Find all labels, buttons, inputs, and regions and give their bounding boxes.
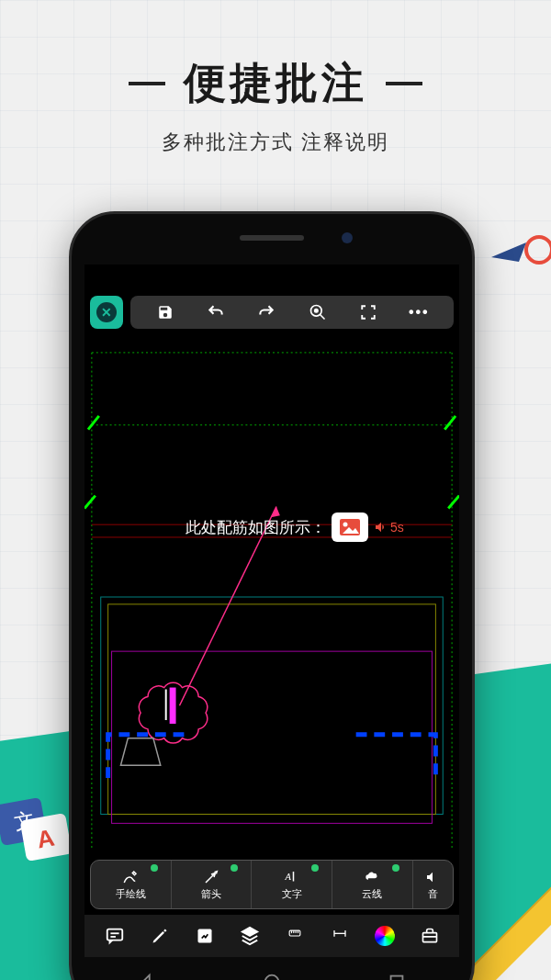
pencil-icon[interactable] bbox=[149, 925, 171, 947]
svg-text:A: A bbox=[284, 872, 291, 882]
nav-home-icon[interactable] bbox=[262, 972, 282, 980]
annotation-text: 此处配筋如图所示： bbox=[186, 517, 326, 538]
tool-label: 箭头 bbox=[201, 887, 221, 901]
speaker-icon bbox=[423, 869, 442, 885]
phone-camera bbox=[342, 232, 353, 243]
svg-line-29 bbox=[84, 496, 96, 509]
new-indicator-dot bbox=[392, 864, 399, 872]
new-indicator-dot bbox=[231, 864, 238, 872]
phone-screen: ✕ ••• bbox=[84, 265, 459, 957]
annotation-callout: 此处配筋如图所示： 5s bbox=[186, 513, 404, 542]
nav-recent-icon[interactable] bbox=[387, 972, 407, 980]
new-indicator-dot bbox=[151, 864, 158, 872]
svg-rect-38 bbox=[170, 688, 176, 724]
toolbox-icon[interactable] bbox=[419, 925, 441, 947]
svg-rect-33 bbox=[101, 597, 444, 815]
svg-line-27 bbox=[88, 416, 99, 430]
decorative-arrow-circle bbox=[482, 230, 551, 285]
top-toolbar: ✕ ••• bbox=[84, 292, 459, 332]
svg-line-30 bbox=[448, 496, 459, 509]
edit-box-icon[interactable] bbox=[194, 925, 216, 947]
svg-marker-40 bbox=[120, 738, 160, 766]
toolbar-actions: ••• bbox=[130, 296, 454, 329]
dimension-icon[interactable] bbox=[329, 925, 351, 947]
tool-freehand[interactable]: 手绘线 bbox=[91, 861, 171, 908]
tool-label: 云线 bbox=[362, 887, 382, 901]
dash-left bbox=[129, 82, 165, 85]
measure-icon[interactable] bbox=[284, 925, 306, 947]
svg-line-28 bbox=[444, 416, 455, 430]
arrow-icon bbox=[202, 869, 220, 885]
more-icon[interactable]: ••• bbox=[409, 302, 429, 322]
page-subtitle: 多种批注方式 注释说明 bbox=[0, 129, 551, 156]
android-nav-bar bbox=[84, 962, 459, 980]
zoom-icon[interactable] bbox=[308, 302, 328, 322]
svg-point-0 bbox=[526, 237, 551, 263]
svg-point-60 bbox=[265, 975, 279, 980]
image-attachment-chip[interactable] bbox=[332, 513, 368, 542]
status-bar bbox=[84, 265, 459, 292]
svg-point-42 bbox=[343, 523, 348, 527]
dash-right bbox=[386, 82, 422, 85]
fullscreen-icon[interactable] bbox=[358, 302, 378, 322]
tool-arrow[interactable]: 箭头 bbox=[171, 861, 252, 908]
save-icon[interactable] bbox=[155, 302, 175, 322]
tool-label: 音 bbox=[428, 887, 438, 901]
comment-icon[interactable] bbox=[104, 925, 126, 947]
text-icon: A bbox=[283, 869, 301, 885]
tool-audio[interactable]: 音 bbox=[412, 861, 453, 908]
phone-speaker bbox=[240, 235, 304, 241]
svg-point-22 bbox=[314, 310, 317, 312]
tool-label: 手绘线 bbox=[116, 887, 146, 901]
bottom-toolbar bbox=[84, 915, 459, 957]
svg-rect-34 bbox=[108, 604, 436, 815]
marketing-header: 便捷批注 多种批注方式 注释说明 bbox=[0, 55, 551, 156]
tool-text[interactable]: A 文字 bbox=[251, 861, 332, 908]
close-button[interactable]: ✕ bbox=[90, 296, 123, 329]
tool-label: 文字 bbox=[282, 887, 302, 901]
svg-marker-1 bbox=[491, 242, 526, 262]
cloud-icon bbox=[363, 869, 381, 885]
annotation-toolbar: 手绘线 箭头 A 文字 云线 bbox=[90, 860, 454, 909]
audio-duration: 5s bbox=[390, 520, 404, 535]
undo-icon[interactable] bbox=[206, 302, 226, 322]
freehand-icon bbox=[121, 869, 140, 885]
phone-frame: ✕ ••• bbox=[69, 211, 475, 980]
redo-icon[interactable] bbox=[256, 302, 276, 322]
cad-canvas[interactable]: 此处配筋如图所示： 5s bbox=[84, 338, 459, 856]
svg-rect-61 bbox=[391, 976, 403, 980]
new-indicator-dot bbox=[311, 864, 319, 872]
svg-rect-35 bbox=[112, 651, 433, 823]
translate-decoration: 文 A bbox=[0, 796, 73, 861]
svg-rect-47 bbox=[107, 929, 122, 941]
color-picker-icon[interactable] bbox=[374, 925, 396, 947]
nav-back-icon[interactable] bbox=[137, 972, 157, 980]
svg-line-21 bbox=[320, 315, 324, 320]
layers-icon[interactable] bbox=[239, 925, 261, 947]
audio-attachment[interactable]: 5s bbox=[374, 520, 404, 535]
tool-cloud[interactable]: 云线 bbox=[332, 861, 412, 908]
page-title: 便捷批注 bbox=[184, 55, 367, 112]
svg-rect-51 bbox=[289, 930, 300, 936]
